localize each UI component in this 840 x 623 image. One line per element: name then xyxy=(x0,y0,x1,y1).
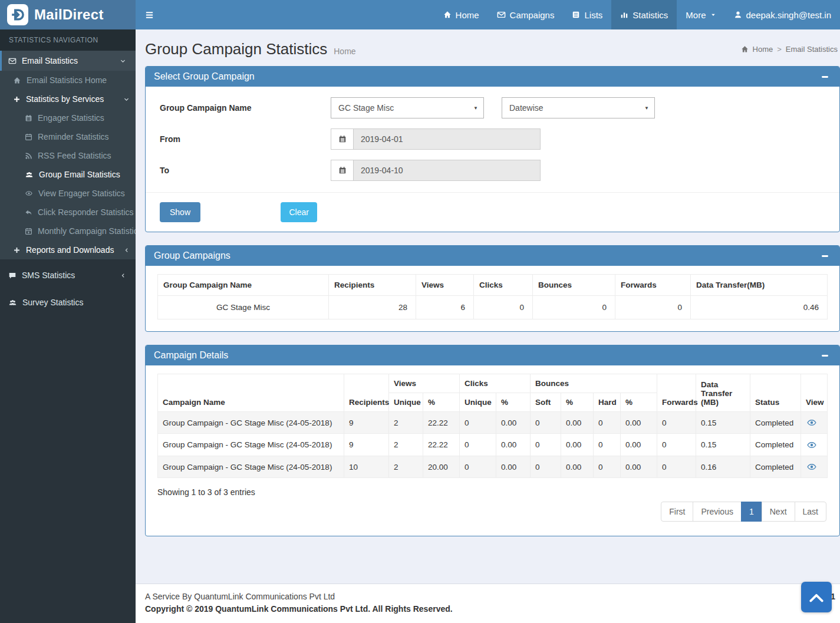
sidebar-item-click-responder-statistics[interactable]: Click Responder Statistics xyxy=(0,203,136,222)
nav-home-label: Home xyxy=(456,10,479,20)
chevron-left-icon xyxy=(124,247,130,253)
to-date-input[interactable] xyxy=(353,160,541,181)
pagination-page-1[interactable]: 1 xyxy=(741,502,762,522)
sidebar-item-reminder-statistics[interactable]: Reminder Statistics xyxy=(0,127,136,146)
cell-campaign-name: Group Campaign - GC Stage Misc (24-05-20… xyxy=(158,412,344,434)
nav-statistics-label: Statistics xyxy=(633,10,668,20)
sidebar-item-view-engager-statistics[interactable]: View Engager Statistics xyxy=(0,184,136,203)
column-header: Status xyxy=(750,374,801,412)
table-row: Group Campaign - GC Stage Misc (24-05-20… xyxy=(158,412,828,434)
breadcrumb-home-link[interactable]: Home xyxy=(753,45,773,54)
to-calendar-addon[interactable] xyxy=(331,160,353,181)
cell-views-pct: 22.22 xyxy=(423,412,460,434)
plus-icon xyxy=(13,95,21,103)
sidebar-item-label: Email Statistics Home xyxy=(27,75,107,85)
main-content: Group Campaign Statistics Home Home > Em… xyxy=(136,29,840,623)
cell-recipients: 9 xyxy=(344,412,389,434)
page-subtitle: Home xyxy=(334,47,355,56)
cell-views: 6 xyxy=(416,296,474,319)
column-header: View xyxy=(801,374,828,412)
cell-forwards: 0 xyxy=(657,434,696,456)
cell-views-unique: 2 xyxy=(389,434,423,456)
select-arrow-icon: ▼ xyxy=(473,106,478,111)
sidebar-item-email-statistics[interactable]: Email Statistics xyxy=(0,51,136,71)
bar-chart-icon xyxy=(620,11,628,19)
group-campaign-select[interactable]: GC Stage Misc ▼ xyxy=(331,97,484,118)
sidebar-item-label: View Engager Statistics xyxy=(38,189,125,198)
nav-user-menu[interactable]: deepak.singh@test.in xyxy=(725,0,840,29)
cell-bounces-hard-pct: 0.00 xyxy=(621,434,657,456)
cell-clicks-pct: 0.00 xyxy=(496,456,531,477)
breadcrumb: Home > Email Statistics xyxy=(741,45,838,54)
column-header: Unique xyxy=(389,393,423,412)
cell-bounces-hard: 0 xyxy=(594,434,621,456)
view-campaign-button[interactable] xyxy=(801,434,828,456)
sidebar-item-rss-feed-statistics[interactable]: RSS Feed Statistics xyxy=(0,146,136,165)
sidebar-item-sms-statistics[interactable]: SMS Statistics xyxy=(0,264,136,286)
pagination-next[interactable]: Next xyxy=(762,502,795,522)
cell-bounces-hard-pct: 0.00 xyxy=(621,412,657,434)
calendar-outline-icon xyxy=(25,133,32,141)
to-label: To xyxy=(160,166,331,175)
eye-icon xyxy=(806,462,818,472)
scroll-to-top-button[interactable] xyxy=(801,582,832,612)
view-campaign-button[interactable] xyxy=(801,412,828,434)
plus-icon xyxy=(13,246,21,254)
view-campaign-button[interactable] xyxy=(801,456,828,477)
sidebar-item-statistics-by-services[interactable]: Statistics by Services xyxy=(0,90,136,108)
collapse-button[interactable] xyxy=(819,251,831,261)
select-group-campaign-panel: Select Group Campaign Group Campaign Nam… xyxy=(145,66,840,232)
nav-home[interactable]: Home xyxy=(434,0,488,29)
sidebar-item-survey-statistics[interactable]: Survey Statistics xyxy=(0,291,136,314)
pagination-first[interactable]: First xyxy=(661,502,693,522)
column-header: % xyxy=(496,393,531,412)
collapse-button[interactable] xyxy=(819,351,831,361)
chevron-down-icon xyxy=(120,58,126,64)
brand[interactable]: MailDirect xyxy=(0,0,136,29)
from-calendar-addon[interactable] xyxy=(331,128,353,150)
sidebar-item-monthly-campaign-statistics[interactable]: Monthly Campaign Statistics xyxy=(0,222,136,240)
nav-user-label: deepak.singh@test.in xyxy=(746,10,832,20)
column-header: Campaign Name xyxy=(158,374,344,412)
cell-campaign-name: Group Campaign - GC Stage Misc (24-05-20… xyxy=(158,434,344,456)
column-header: Group Campaign Name xyxy=(158,275,329,296)
nav-more[interactable]: More xyxy=(677,0,724,29)
from-date-input[interactable] xyxy=(353,128,541,150)
group-campaigns-table: Group Campaign Name Recipients Views Cli… xyxy=(157,274,828,319)
report-mode-select[interactable]: Datewise ▼ xyxy=(502,97,655,118)
collapse-button[interactable] xyxy=(819,72,831,82)
eye-icon xyxy=(806,418,818,427)
cell-bounces-hard: 0 xyxy=(594,412,621,434)
navbar-right: Home Campaigns Lists Statistics xyxy=(136,0,840,29)
footer-service-line: A Service By QuantumLink Communications … xyxy=(145,592,831,601)
sidebar-toggle-button[interactable] xyxy=(136,0,163,29)
list-icon xyxy=(572,11,580,19)
home-icon xyxy=(443,11,452,19)
sidebar-item-group-email-statistics[interactable]: Group Email Statistics xyxy=(0,165,136,184)
cell-clicks-pct: 0.00 xyxy=(496,434,531,456)
sidebar-item-email-statistics-home[interactable]: Email Statistics Home xyxy=(0,71,136,90)
calendar-plus-icon xyxy=(25,228,32,235)
breadcrumb-current: Email Statistics xyxy=(786,45,838,54)
reply-icon xyxy=(25,209,32,216)
column-header: Hard xyxy=(594,393,621,412)
pagination-previous[interactable]: Previous xyxy=(693,502,741,522)
column-header: Recipients xyxy=(329,275,416,296)
nav-lists[interactable]: Lists xyxy=(563,0,611,29)
column-header: % xyxy=(621,393,657,412)
sidebar-item-reports-and-downloads[interactable]: Reports and Downloads xyxy=(0,240,136,259)
footer: A Service By QuantumLink Communications … xyxy=(136,584,840,623)
clear-button[interactable]: Clear xyxy=(281,202,317,222)
sidebar-item-label: Reminder Statistics xyxy=(38,132,109,141)
cell-views-pct: 20.00 xyxy=(423,456,460,477)
sidebar-item-engager-statistics[interactable]: Engager Statistics xyxy=(0,108,136,127)
cell-clicks-unique: 0 xyxy=(460,434,496,456)
show-button[interactable]: Show xyxy=(160,202,200,222)
entries-info: Showing 1 to 3 of 3 entries xyxy=(157,487,828,497)
cell-forwards: 0 xyxy=(615,296,691,319)
cell-data-transfer: 0.15 xyxy=(696,412,750,434)
pagination-last[interactable]: Last xyxy=(795,502,826,522)
nav-campaigns[interactable]: Campaigns xyxy=(488,0,564,29)
nav-statistics[interactable]: Statistics xyxy=(611,0,677,29)
cell-data-transfer: 0.46 xyxy=(691,296,828,319)
